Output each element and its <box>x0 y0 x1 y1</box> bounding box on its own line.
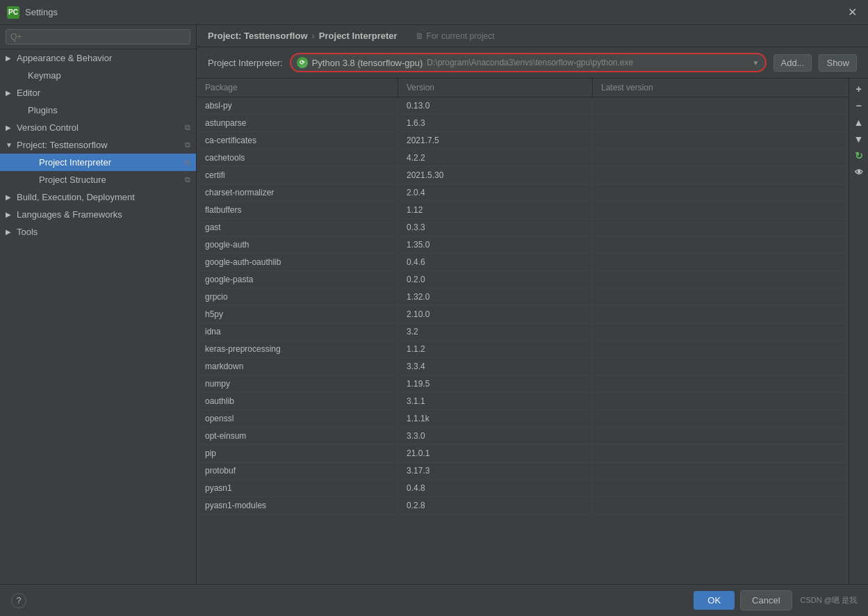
show-button[interactable]: Show <box>819 54 857 72</box>
table-header: Package Version Latest version <box>197 79 849 97</box>
table-row[interactable]: gast0.3.3 <box>197 219 849 236</box>
table-row[interactable]: pip21.0.1 <box>197 445 849 462</box>
eye-button[interactable]: 👁 <box>851 165 867 180</box>
cell-latest <box>593 184 849 201</box>
cell-latest <box>593 132 849 149</box>
table-row[interactable]: markdown3.3.4 <box>197 358 849 375</box>
cell-latest <box>593 323 849 340</box>
cell-version: 0.3.3 <box>398 219 593 236</box>
sidebar-item-version-control[interactable]: ▶Version Control⧉ <box>0 119 196 136</box>
cell-latest <box>593 306 849 323</box>
cell-latest <box>593 149 849 166</box>
sidebar-item-project-interpreter[interactable]: Project Interpreter⧉ <box>0 154 196 171</box>
table-row[interactable]: flatbuffers1.12 <box>197 202 849 219</box>
cell-latest <box>593 254 849 270</box>
breadcrumb-separator: › <box>312 31 315 41</box>
breadcrumb-info: 🗎 For current project <box>416 31 495 41</box>
sidebar-item-languages-frameworks[interactable]: ▶Languages & Frameworks <box>0 206 196 223</box>
remove-package-button[interactable]: − <box>851 98 867 113</box>
cell-package: charset-normalizer <box>197 184 398 201</box>
sidebar-item-label: Plugins <box>28 105 58 115</box>
table-row[interactable]: certifi2021.5.30 <box>197 167 849 184</box>
table-row[interactable]: protobuf3.17.3 <box>197 462 849 480</box>
cell-package: openssl <box>197 410 398 427</box>
search-input[interactable] <box>6 29 190 44</box>
sidebar-item-tools[interactable]: ▶Tools <box>0 223 196 241</box>
refresh-button[interactable]: ↻ <box>851 148 867 163</box>
table-row[interactable]: astunparse1.6.3 <box>197 115 849 132</box>
table-row[interactable]: google-auth1.35.0 <box>197 236 849 254</box>
cell-version: 1.12 <box>398 202 593 218</box>
breadcrumb: Project: Testtensorflow › Project Interp… <box>197 25 868 47</box>
cell-version: 3.2 <box>398 323 593 340</box>
sidebar-item-plugins[interactable]: Plugins <box>0 102 196 119</box>
sidebar-item-label: Build, Execution, Deployment <box>17 192 135 202</box>
cell-latest <box>593 393 849 410</box>
arrow-icon: ▶ <box>6 211 14 218</box>
cell-latest <box>593 271 849 288</box>
table-row[interactable]: cachetools4.2.2 <box>197 149 849 167</box>
cell-package: opt-einsum <box>197 428 398 444</box>
cell-package: oauthlib <box>197 393 398 410</box>
close-button[interactable]: ✕ <box>844 4 861 20</box>
cancel-button[interactable]: Cancel <box>740 590 792 610</box>
scroll-down-button[interactable]: ▼ <box>851 131 867 147</box>
cell-version: 1.35.0 <box>398 236 593 253</box>
cell-package: idna <box>197 323 398 340</box>
sidebar-item-editor[interactable]: ▶Editor <box>0 84 196 102</box>
table-row[interactable]: absl-py0.13.0 <box>197 97 849 115</box>
table-row[interactable]: oauthlib3.1.1 <box>197 393 849 410</box>
table-row[interactable]: google-auth-oauthlib0.4.6 <box>197 254 849 271</box>
cell-package: pyasn1-modules <box>197 497 398 514</box>
cell-package: absl-py <box>197 97 398 114</box>
cell-latest <box>593 480 849 496</box>
sidebar-item-label: Keymap <box>28 70 61 81</box>
add-interpreter-button[interactable]: Add... <box>773 54 812 72</box>
cell-version: 4.2.2 <box>398 149 593 166</box>
table-row[interactable]: h5py2.10.0 <box>197 306 849 323</box>
arrow-icon: ▼ <box>6 141 14 149</box>
cell-version: 2021.7.5 <box>398 132 593 149</box>
table-row[interactable]: pyasn1-modules0.2.8 <box>197 497 849 514</box>
cell-latest <box>593 462 849 479</box>
table-row[interactable]: pyasn10.4.8 <box>197 480 849 497</box>
sidebar-item-build-exec-deploy[interactable]: ▶Build, Execution, Deployment <box>0 188 196 206</box>
table-rows-container: absl-py0.13.0astunparse1.6.3ca-certifica… <box>197 97 849 514</box>
help-button[interactable]: ? <box>11 593 26 608</box>
main-content: ▶Appearance & BehaviorKeymap▶EditorPlugi… <box>0 25 868 584</box>
cell-package: pip <box>197 445 398 462</box>
ok-button[interactable]: OK <box>694 591 735 610</box>
cell-latest <box>593 428 849 444</box>
sidebar-item-project-testtensorflow[interactable]: ▼Project: Testtensorflow⧉ <box>0 136 196 154</box>
table-row[interactable]: google-pasta0.2.0 <box>197 271 849 289</box>
sidebar-item-appearance[interactable]: ▶Appearance & Behavior <box>0 49 196 67</box>
cell-version: 2.0.4 <box>398 184 593 201</box>
table-row[interactable]: openssl1.1.1k <box>197 410 849 428</box>
cell-latest <box>593 97 849 114</box>
col-header-version: Version <box>398 79 593 97</box>
cell-latest <box>593 445 849 462</box>
sidebar-item-keymap[interactable]: Keymap <box>0 67 196 84</box>
python-icon: ⟳ <box>297 57 308 68</box>
scroll-up-button[interactable]: ▲ <box>851 115 867 130</box>
table-row[interactable]: ca-certificates2021.7.5 <box>197 132 849 149</box>
sidebar-item-label: Languages & Frameworks <box>17 209 122 220</box>
interpreter-label: Project Interpreter: <box>208 58 283 68</box>
window-title: Settings <box>25 7 58 17</box>
sidebar-item-project-structure[interactable]: Project Structure⧉ <box>0 171 196 188</box>
table-row[interactable]: charset-normalizer2.0.4 <box>197 184 849 202</box>
table-row[interactable]: keras-preprocessing1.1.2 <box>197 341 849 358</box>
add-package-button[interactable]: + <box>851 81 867 97</box>
arrow-icon: ▶ <box>6 228 14 236</box>
watermark: CSDN @嗯 是我 <box>801 595 857 606</box>
cell-package: google-auth-oauthlib <box>197 254 398 270</box>
table-row[interactable]: idna3.2 <box>197 323 849 341</box>
cell-version: 0.13.0 <box>398 97 593 114</box>
table-row[interactable]: opt-einsum3.3.0 <box>197 428 849 445</box>
interpreter-selector[interactable]: ⟳ Python 3.8 (tensorflow-gpu) D:\program… <box>290 53 767 72</box>
packages-table: Package Version Latest version absl-py0.… <box>197 79 849 584</box>
table-row[interactable]: numpy1.19.5 <box>197 375 849 393</box>
cell-latest <box>593 202 849 218</box>
table-row[interactable]: grpcio1.32.0 <box>197 289 849 306</box>
cell-package: flatbuffers <box>197 202 398 218</box>
